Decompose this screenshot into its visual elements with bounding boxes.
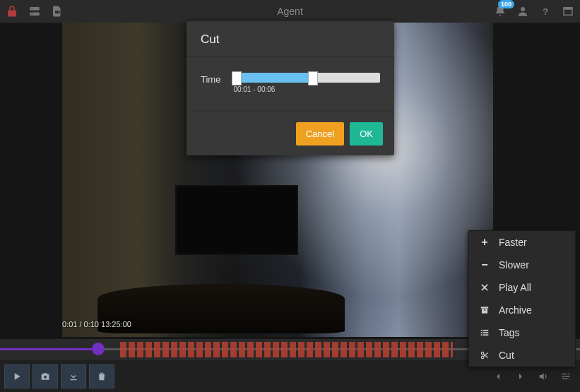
lock-icon[interactable] [6, 5, 18, 18]
minus-icon: − [479, 259, 490, 271]
topbar-right-icons: 100 ? [494, 5, 574, 18]
svg-rect-10 [481, 307, 489, 308]
menu-item-tags[interactable]: Tags [469, 321, 575, 344]
camera-file-icon[interactable] [51, 5, 64, 18]
menu-item-slower[interactable]: − Slower [469, 254, 575, 276]
menu-item-archive[interactable]: Archive [469, 299, 575, 321]
dialog-body: Time 00:01 - 00:06 [187, 57, 394, 112]
notifications-icon[interactable]: 100 [494, 5, 507, 18]
help-icon[interactable]: ? [539, 5, 552, 18]
scene-furniture [97, 284, 345, 333]
slider-fill [236, 73, 314, 83]
menu-item-play-all[interactable]: Play All [469, 276, 575, 299]
settings-sliders-icon[interactable] [556, 367, 576, 386]
top-bar: Agent 100 ? [0, 0, 580, 23]
next-icon[interactable] [511, 367, 531, 386]
cancel-button[interactable]: Cancel [296, 122, 344, 145]
svg-rect-4 [55, 11, 59, 13]
slider-handle-start[interactable] [232, 71, 242, 85]
plus-icon: + [479, 237, 490, 248]
notification-badge: 100 [498, 0, 514, 8]
page-title: Agent [0, 6, 580, 17]
svg-rect-18 [483, 334, 489, 335]
dialog-title: Cut [187, 21, 394, 57]
close-icon [479, 282, 490, 293]
menu-label: Slower [499, 259, 529, 271]
svg-point-2 [32, 8, 33, 10]
slider-handle-end[interactable] [308, 71, 318, 85]
svg-rect-0 [30, 7, 40, 11]
scissors-icon [479, 350, 490, 361]
list-icon [479, 327, 490, 338]
playback-time-overlay: 0:01 / 0:10 13:25:00 [62, 320, 131, 328]
svg-rect-14 [483, 330, 489, 331]
timeline-playhead[interactable] [92, 343, 105, 355]
menu-item-faster[interactable]: + Faster [469, 231, 575, 254]
context-menu: + Faster − Slower Play All Archive Tags … [468, 230, 576, 367]
delete-button[interactable] [89, 364, 114, 388]
snapshot-button[interactable] [32, 364, 58, 388]
timeline-motion-bars [120, 342, 453, 357]
menu-label: Tags [499, 327, 520, 338]
svg-point-3 [32, 13, 33, 15]
svg-rect-12 [484, 309, 485, 310]
archive-icon [479, 304, 490, 316]
time-range-readout: 00:01 - 00:06 [233, 85, 380, 93]
svg-point-5 [521, 7, 525, 11]
menu-label: Cut [499, 350, 514, 361]
prev-icon[interactable] [488, 367, 508, 386]
svg-rect-8 [564, 8, 572, 10]
svg-rect-16 [483, 332, 489, 333]
svg-rect-15 [481, 332, 483, 333]
time-range-slider[interactable] [232, 73, 380, 83]
topbar-left-icons [6, 5, 64, 18]
user-icon[interactable] [516, 5, 529, 18]
svg-point-9 [44, 375, 47, 378]
menu-label: Play All [499, 282, 531, 293]
play-button[interactable] [4, 364, 30, 388]
svg-rect-11 [482, 309, 487, 313]
server-icon[interactable] [28, 5, 41, 18]
dialog-footer: Cancel OK [187, 112, 394, 155]
scene-tv [175, 185, 298, 255]
svg-rect-13 [481, 330, 483, 331]
menu-item-cut[interactable]: Cut [469, 344, 575, 367]
download-button[interactable] [61, 364, 86, 388]
svg-rect-17 [481, 334, 483, 335]
timeline-progress [0, 348, 99, 350]
time-label: Time [201, 73, 220, 85]
cut-dialog: Cut Time 00:01 - 00:06 Cancel OK [187, 21, 394, 155]
time-slider-wrap: 00:01 - 00:06 [232, 73, 380, 93]
svg-rect-1 [30, 13, 40, 16]
window-icon[interactable] [562, 5, 574, 18]
ok-button[interactable]: OK [350, 122, 383, 145]
menu-label: Archive [499, 304, 532, 316]
svg-text:?: ? [543, 6, 548, 17]
volume-icon[interactable] [533, 367, 553, 386]
menu-label: Faster [499, 237, 527, 248]
